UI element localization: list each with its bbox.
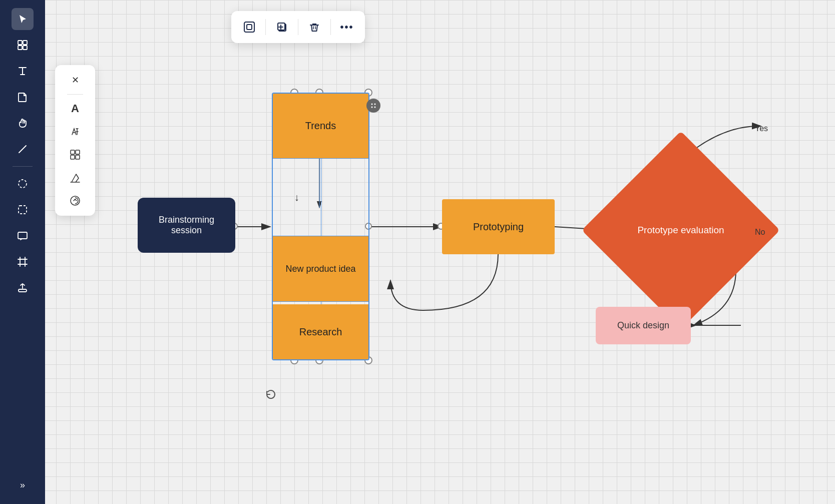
top-toolbar: •••	[231, 11, 365, 43]
svg-point-30	[371, 107, 373, 108]
comment-tool[interactable]	[12, 225, 34, 247]
side-panel-erase[interactable]	[66, 169, 84, 187]
new-product-node[interactable]: New product idea	[273, 236, 368, 301]
svg-rect-9	[19, 289, 27, 292]
research-node[interactable]: Research	[273, 304, 368, 359]
new-product-label: New product idea	[285, 264, 355, 274]
side-panel-font-aa[interactable]	[66, 123, 84, 141]
side-panel-transform[interactable]	[66, 146, 84, 164]
toolbar-divider-top-3	[330, 19, 331, 35]
frame-tool[interactable]	[12, 251, 34, 273]
layout-tool[interactable]	[12, 34, 34, 56]
research-label: Research	[299, 326, 342, 338]
trends-label: Trends	[305, 120, 336, 132]
prototype-eval-label[interactable]: Prototype evaluation	[611, 160, 751, 300]
line-tool[interactable]	[12, 138, 34, 160]
svg-rect-0	[18, 41, 22, 45]
hand-tool[interactable]	[12, 112, 34, 134]
side-panel-divider-1	[67, 94, 83, 95]
brainstorming-node[interactable]: Brainstorming session	[138, 198, 235, 253]
copy-button[interactable]	[270, 15, 294, 39]
delete-button[interactable]	[302, 15, 326, 39]
brainstorming-label: Brainstorming session	[144, 215, 229, 236]
note-tool[interactable]	[12, 86, 34, 108]
svg-rect-1	[23, 41, 27, 45]
svg-point-28	[371, 104, 373, 105]
fit-frame-button[interactable]	[237, 15, 261, 39]
svg-rect-12	[71, 155, 75, 159]
svg-point-5	[19, 180, 27, 188]
svg-point-31	[374, 107, 376, 108]
toolbar-divider-top-2	[298, 19, 298, 35]
prototyping-node[interactable]: Prototyping	[442, 199, 555, 254]
rotate-handle[interactable]	[263, 386, 279, 402]
svg-rect-13	[76, 155, 80, 159]
svg-rect-8	[20, 259, 25, 264]
svg-rect-15	[244, 22, 254, 32]
svg-rect-3	[23, 46, 27, 50]
side-panel-copy-style[interactable]	[66, 192, 84, 210]
trends-node[interactable]: Trends	[273, 94, 368, 159]
toolbar-divider-1	[13, 166, 33, 167]
upload-tool[interactable]	[12, 277, 34, 299]
cursor-tool[interactable]	[12, 8, 34, 30]
svg-rect-11	[76, 150, 80, 154]
quick-design-label: Quick design	[617, 320, 669, 331]
more-tools-button[interactable]: »	[12, 474, 34, 496]
rect-select-tool[interactable]	[12, 199, 34, 221]
side-panel-close[interactable]: ✕	[66, 71, 84, 89]
svg-point-29	[374, 104, 376, 105]
svg-rect-2	[18, 46, 22, 50]
svg-rect-6	[19, 206, 27, 214]
no-label: No	[755, 228, 765, 237]
svg-rect-16	[247, 25, 252, 30]
canvas[interactable]: Brainstorming session Trends ↓ New produ…	[45, 0, 835, 504]
text-tool[interactable]	[12, 60, 34, 82]
prototyping-label: Prototyping	[473, 221, 524, 233]
drag-handle[interactable]	[366, 99, 380, 113]
more-options-button[interactable]: •••	[335, 15, 359, 39]
toolbar-divider-top-1	[265, 19, 266, 35]
left-toolbar: »	[0, 0, 45, 504]
prototype-eval-container[interactable]: Prototype evaluation	[611, 160, 751, 300]
yes-label: Yes	[755, 124, 768, 133]
svg-rect-7	[18, 232, 27, 239]
quick-design-node[interactable]: Quick design	[596, 307, 691, 344]
product-idea-container[interactable]: Trends ↓ New product idea ↑ Research	[272, 93, 369, 360]
svg-line-4	[19, 146, 26, 153]
svg-rect-10	[71, 150, 75, 154]
side-panel-font-a[interactable]: A	[66, 100, 84, 118]
circle-select-tool[interactable]	[12, 173, 34, 195]
side-panel: ✕ A	[55, 65, 95, 216]
